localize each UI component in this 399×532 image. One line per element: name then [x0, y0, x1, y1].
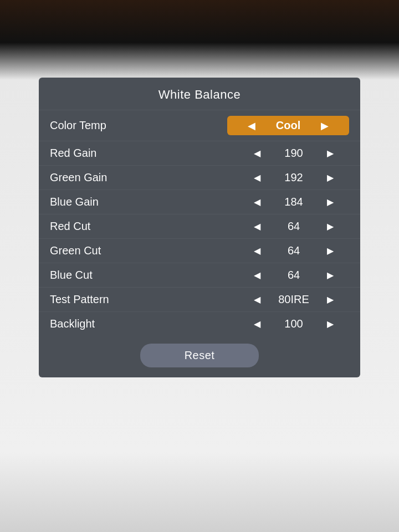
- value-color-temp: Cool: [266, 119, 310, 132]
- control-red-gain: ◀ 190 ▶: [238, 147, 349, 160]
- row-green-cut: Green Cut ◀ 64 ▶: [39, 238, 360, 263]
- row-backlight: Backlight ◀ 100 ▶: [39, 311, 360, 336]
- control-backlight: ◀ 100 ▶: [238, 318, 349, 330]
- decrement-test-pattern[interactable]: ◀: [252, 294, 263, 305]
- row-blue-gain: Blue Gain ◀ 184 ▶: [39, 190, 360, 214]
- value-blue-gain: 184: [272, 196, 316, 208]
- label-test-pattern: Test Pattern: [50, 293, 139, 306]
- control-blue-gain: ◀ 184 ▶: [238, 196, 349, 208]
- value-green-gain: 192: [272, 171, 316, 184]
- increment-green-cut[interactable]: ▶: [325, 245, 336, 256]
- label-green-cut: Green Cut: [50, 244, 139, 257]
- decrement-blue-gain[interactable]: ◀: [252, 197, 263, 207]
- increment-backlight[interactable]: ▶: [325, 319, 336, 329]
- row-blue-cut: Blue Cut ◀ 64 ▶: [39, 263, 360, 287]
- control-red-cut: ◀ 64 ▶: [238, 220, 349, 233]
- increment-blue-cut[interactable]: ▶: [325, 270, 336, 280]
- value-red-gain: 190: [272, 147, 316, 160]
- decrement-color-temp[interactable]: ◀: [246, 120, 257, 132]
- label-blue-gain: Blue Gain: [50, 196, 139, 208]
- row-red-gain: Red Gain ◀ 190 ▶: [39, 141, 360, 165]
- row-red-cut: Red Cut ◀ 64 ▶: [39, 214, 360, 238]
- menu-title: White Balance: [39, 78, 360, 110]
- increment-test-pattern[interactable]: ▶: [325, 294, 336, 305]
- decrement-green-gain[interactable]: ◀: [252, 172, 263, 183]
- value-backlight: 100: [272, 318, 316, 330]
- increment-color-temp[interactable]: ▶: [319, 120, 330, 132]
- increment-red-gain[interactable]: ▶: [325, 148, 336, 158]
- increment-blue-gain[interactable]: ▶: [325, 197, 336, 207]
- value-blue-cut: 64: [272, 269, 316, 282]
- increment-green-gain[interactable]: ▶: [325, 172, 336, 183]
- decrement-red-gain[interactable]: ◀: [252, 148, 263, 158]
- label-red-cut: Red Cut: [50, 220, 139, 233]
- row-color-temp: Color Temp ◀ Cool ▶: [39, 110, 360, 141]
- decrement-backlight[interactable]: ◀: [252, 319, 263, 329]
- control-color-temp: ◀ Cool ▶: [227, 116, 349, 135]
- row-test-pattern: Test Pattern ◀ 80IRE ▶: [39, 287, 360, 311]
- control-green-cut: ◀ 64 ▶: [238, 244, 349, 257]
- label-red-gain: Red Gain: [50, 147, 139, 160]
- white-balance-panel: White Balance Color Temp ◀ Cool ▶ Red Ga…: [39, 78, 360, 377]
- decrement-red-cut[interactable]: ◀: [252, 221, 263, 232]
- control-green-gain: ◀ 192 ▶: [238, 171, 349, 184]
- control-test-pattern: ◀ 80IRE ▶: [238, 293, 349, 306]
- reset-button[interactable]: Reset: [140, 344, 259, 367]
- screen-background: White Balance Color Temp ◀ Cool ▶ Red Ga…: [0, 0, 399, 532]
- value-red-cut: 64: [272, 220, 316, 233]
- label-backlight: Backlight: [50, 318, 139, 330]
- reset-row: Reset: [39, 336, 360, 377]
- label-green-gain: Green Gain: [50, 171, 139, 184]
- value-test-pattern: 80IRE: [272, 293, 316, 306]
- increment-red-cut[interactable]: ▶: [325, 221, 336, 232]
- row-green-gain: Green Gain ◀ 192 ▶: [39, 165, 360, 190]
- label-color-temp: Color Temp: [50, 119, 139, 132]
- control-blue-cut: ◀ 64 ▶: [238, 269, 349, 282]
- value-green-cut: 64: [272, 244, 316, 257]
- decrement-green-cut[interactable]: ◀: [252, 245, 263, 256]
- label-blue-cut: Blue Cut: [50, 269, 139, 282]
- decrement-blue-cut[interactable]: ◀: [252, 270, 263, 280]
